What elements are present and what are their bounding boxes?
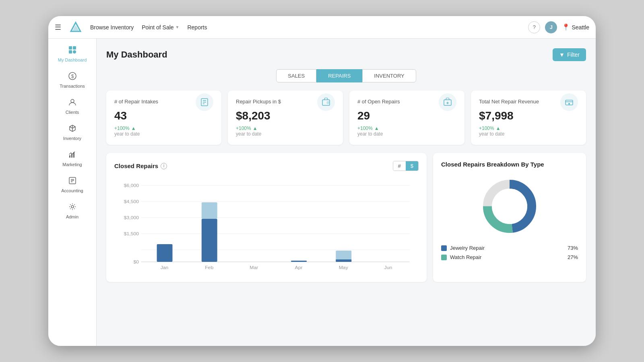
sidebar-item-admin[interactable]: Admin <box>48 199 96 223</box>
svg-rect-40 <box>157 244 173 262</box>
svg-text:$6,000: $6,000 <box>124 183 139 188</box>
svg-text:$3,000: $3,000 <box>124 215 139 220</box>
chart-toggle-hash[interactable]: # <box>393 161 406 171</box>
page-header: My Dashboard ▼ Filter <box>106 48 586 61</box>
tab-group: SALES REPAIRS INVENTORY <box>106 69 586 82</box>
filter-icon: ▼ <box>559 51 565 58</box>
svg-text:$1,500: $1,500 <box>124 231 139 236</box>
svg-text:$4,500: $4,500 <box>124 199 139 204</box>
sidebar-item-label-transactions: Transactions <box>60 84 85 88</box>
svg-point-5 <box>73 50 76 53</box>
stat-card-net-revenue: Total Net Repair Revenue $7,998 +100% ▲ … <box>471 90 586 145</box>
location-pin-icon: 📍 <box>562 23 570 31</box>
legend-dot-watch <box>441 255 447 260</box>
bar-chart: $6,000 $4,500 $3,000 $1,500 $0 <box>114 177 419 274</box>
sidebar-item-label-admin: Admin <box>66 214 78 219</box>
nav-browse-inventory[interactable]: Browse Inventory <box>90 24 134 31</box>
filter-button[interactable]: ▼ Filter <box>553 48 586 61</box>
card-icon-repair-intakes <box>196 93 213 111</box>
up-arrow-icon: ▲ <box>253 125 258 131</box>
info-icon[interactable]: i <box>161 163 167 169</box>
bar-chart-card: Closed Repairs i # $ <box>106 153 427 282</box>
svg-rect-43 <box>291 261 307 262</box>
card-change-net-revenue: +100% ▲ <box>479 125 514 131</box>
stat-cards: # of Repair Intakes 43 +100% ▲ year to d… <box>106 90 586 145</box>
card-period-repair-pickups: year to date <box>236 131 270 137</box>
nav-point-of-sale[interactable]: Point of Sale ▼ <box>142 24 179 31</box>
svg-text:$: $ <box>71 74 74 79</box>
card-icon-open-repairs <box>439 93 456 111</box>
main-content: My Dashboard ▼ Filter SALES REPAIRS INVE… <box>97 39 596 346</box>
clients-icon <box>68 98 76 108</box>
sidebar-item-clients[interactable]: Clients <box>48 94 96 119</box>
dropdown-chevron: ▼ <box>175 25 180 29</box>
page-title: My Dashboard <box>106 49 167 60</box>
svg-rect-41 <box>202 219 217 262</box>
card-period-repair-intakes: year to date <box>114 131 140 137</box>
tab-inventory[interactable]: INVENTORY <box>362 69 416 82</box>
svg-rect-42 <box>202 202 217 219</box>
svg-rect-3 <box>73 46 76 49</box>
svg-point-16 <box>71 206 74 208</box>
user-avatar[interactable]: J <box>545 21 557 33</box>
app-logo <box>69 21 82 34</box>
sidebar-item-inventory[interactable]: Inventory <box>48 120 96 145</box>
sidebar-item-label-accounting: Accounting <box>61 188 83 193</box>
card-value-open-repairs: 29 <box>357 109 383 122</box>
legend-percent-jewelry: 73% <box>568 245 578 251</box>
svg-rect-9 <box>69 155 70 158</box>
sidebar-item-transactions[interactable]: $ Transactions <box>48 68 96 93</box>
bar-chart-title: Closed Repairs i <box>114 162 167 169</box>
svg-rect-2 <box>69 46 72 49</box>
admin-icon <box>68 203 76 213</box>
transactions-icon: $ <box>68 72 76 82</box>
help-button[interactable]: ? <box>528 21 540 33</box>
up-arrow-icon: ▲ <box>374 125 379 131</box>
sidebar-item-label-clients: Clients <box>66 110 79 115</box>
chart-toggle: # $ <box>393 161 419 171</box>
location-label: Seattle <box>572 24 589 31</box>
accounting-icon <box>68 177 76 187</box>
svg-text:Jan: Jan <box>161 265 169 270</box>
inventory-icon <box>68 124 76 134</box>
svg-point-22 <box>327 101 329 104</box>
tab-sales[interactable]: SALES <box>276 69 316 82</box>
marketing-icon <box>68 150 76 160</box>
svg-text:May: May <box>339 265 348 270</box>
stat-card-repair-intakes: # of Repair Intakes 43 +100% ▲ year to d… <box>106 90 221 145</box>
sidebar-item-label-marketing: Marketing <box>62 162 82 167</box>
sidebar: My Dashboard $ Transactions Clients Inve… <box>48 39 97 346</box>
svg-point-55 <box>492 189 527 224</box>
svg-text:Apr: Apr <box>295 265 303 270</box>
nav-reports[interactable]: Reports <box>187 24 207 31</box>
svg-rect-4 <box>69 50 72 53</box>
svg-point-8 <box>71 99 74 103</box>
dashboard-icon <box>68 46 76 56</box>
stat-card-repair-pickups: Repair Pickups in $ $8,203 +100% ▲ year … <box>228 90 343 145</box>
sidebar-item-marketing[interactable]: Marketing <box>48 146 96 171</box>
location-selector[interactable]: 📍 Seattle <box>562 23 589 31</box>
card-icon-repair-pickups <box>317 93 335 111</box>
sidebar-item-dashboard[interactable]: My Dashboard <box>48 42 96 66</box>
donut-chart-title: Closed Repairs Breakdown By Type <box>441 161 578 168</box>
up-arrow-icon: ▲ <box>496 125 501 131</box>
card-period-open-repairs: year to date <box>357 131 383 137</box>
sidebar-item-accounting[interactable]: Accounting <box>48 173 96 197</box>
card-period-net-revenue: year to date <box>479 131 514 137</box>
svg-text:Mar: Mar <box>250 265 258 270</box>
up-arrow-icon: ▲ <box>131 125 136 131</box>
card-value-net-revenue: $7,998 <box>479 109 514 122</box>
svg-text:$0: $0 <box>134 259 139 264</box>
card-value-repair-intakes: 43 <box>114 109 140 122</box>
hamburger-icon[interactable]: ☰ <box>55 23 61 32</box>
card-change-repair-pickups: +100% ▲ <box>236 125 270 131</box>
tab-repairs[interactable]: REPAIRS <box>316 69 362 82</box>
card-change-open-repairs: +100% ▲ <box>357 125 383 131</box>
card-value-repair-pickups: $8,203 <box>236 109 270 122</box>
chart-toggle-dollar[interactable]: $ <box>406 161 418 171</box>
sidebar-item-label-inventory: Inventory <box>63 136 81 141</box>
legend-item-watch: Watch Repair 27% <box>441 254 578 260</box>
top-nav: ☰ Browse Inventory Point of Sale ▼ Repor… <box>48 16 596 39</box>
svg-text:Feb: Feb <box>205 265 213 270</box>
legend-dot-jewelry <box>441 245 447 251</box>
